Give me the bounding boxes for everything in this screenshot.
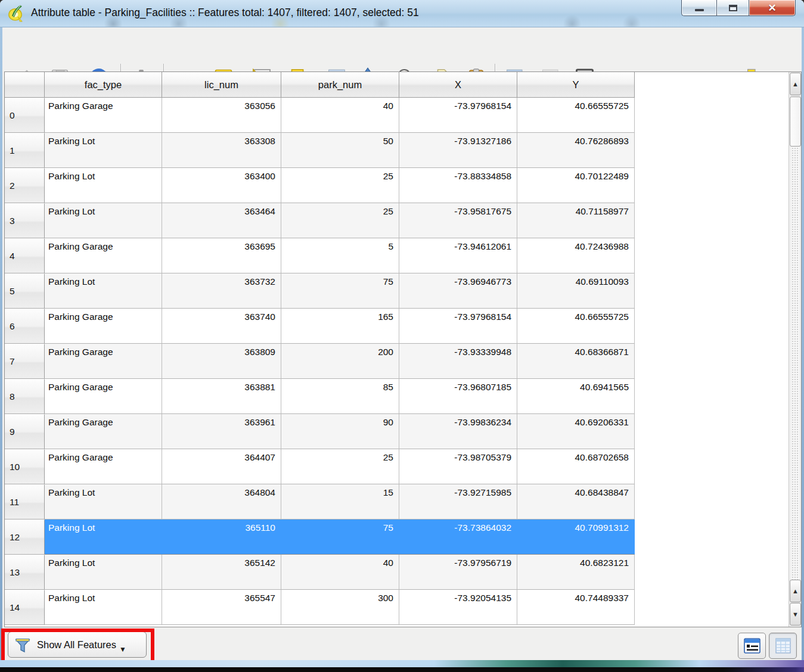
- cell-park_num[interactable]: 165: [281, 309, 399, 344]
- cell-y[interactable]: 40.69206331: [517, 414, 635, 449]
- cell-park_num[interactable]: 15: [281, 484, 399, 519]
- cell-y[interactable]: 40.68702658: [517, 449, 635, 484]
- title-bar[interactable]: Attribute table - Parking_Facilities :: …: [0, 0, 804, 27]
- scroll-up-button[interactable]: ▲: [790, 73, 801, 95]
- row-number[interactable]: 0: [5, 98, 45, 133]
- cell-lic_num[interactable]: 363732: [162, 273, 281, 309]
- cell-park_num[interactable]: 40: [281, 98, 399, 133]
- cell-fac_type[interactable]: Parking Garage: [45, 344, 162, 379]
- row-number[interactable]: 10: [5, 449, 45, 484]
- row-number[interactable]: 1: [5, 133, 45, 168]
- cell-lic_num[interactable]: 363809: [162, 344, 281, 379]
- cell-y[interactable]: 40.6823121: [517, 555, 635, 590]
- cell-park_num[interactable]: 200: [281, 344, 399, 379]
- cell-park_num[interactable]: 5: [281, 238, 399, 273]
- cell-y[interactable]: 40.70122489: [517, 168, 635, 203]
- cell-park_num[interactable]: 75: [281, 519, 399, 555]
- column-header-y[interactable]: Y: [517, 72, 635, 98]
- scrollbar-track[interactable]: [791, 97, 799, 601]
- cell-x[interactable]: -73.96946773: [399, 273, 517, 309]
- table-view-button[interactable]: [769, 633, 797, 659]
- row-number[interactable]: 9: [5, 414, 45, 449]
- cell-lic_num[interactable]: 363961: [162, 414, 281, 449]
- column-header-x[interactable]: X: [399, 72, 517, 98]
- cell-park_num[interactable]: 50: [281, 133, 399, 168]
- row-number[interactable]: 11: [5, 484, 45, 519]
- scroll-up-button-bottom[interactable]: ▲: [790, 580, 801, 602]
- row-number[interactable]: 2: [5, 168, 45, 203]
- table-row[interactable]: 12Parking Lot36511075-73.7386403240.7099…: [5, 519, 789, 555]
- cell-fac_type[interactable]: Parking Lot: [45, 133, 162, 168]
- row-number[interactable]: 5: [5, 273, 45, 309]
- cell-y[interactable]: 40.70991312: [517, 519, 635, 555]
- table-row[interactable]: 1Parking Lot36330850-73.9132718640.76286…: [5, 133, 789, 168]
- cell-lic_num[interactable]: 363308: [162, 133, 281, 168]
- cell-x[interactable]: -73.99836234: [399, 414, 517, 449]
- cell-fac_type[interactable]: Parking Garage: [45, 414, 162, 449]
- cell-fac_type[interactable]: Parking Lot: [45, 203, 162, 238]
- scrollbar-thumb[interactable]: [790, 97, 801, 147]
- cell-lic_num[interactable]: 364804: [162, 484, 281, 519]
- cell-x[interactable]: -73.97968154: [399, 98, 517, 133]
- cell-x[interactable]: -73.97968154: [399, 309, 517, 344]
- table-row[interactable]: 0Parking Garage36305640-73.9796815440.66…: [5, 98, 789, 133]
- cell-fac_type[interactable]: Parking Lot: [45, 590, 162, 625]
- cell-y[interactable]: 40.68438847: [517, 484, 635, 519]
- cell-x[interactable]: -73.98705379: [399, 449, 517, 484]
- table-row[interactable]: 13Parking Lot36514240-73.9795671940.6823…: [5, 555, 789, 590]
- minimize-button[interactable]: [681, 0, 716, 16]
- cell-y[interactable]: 40.66555725: [517, 309, 635, 344]
- cell-fac_type[interactable]: Parking Garage: [45, 379, 162, 414]
- column-header-lic-num[interactable]: lic_num: [162, 72, 281, 98]
- cell-y[interactable]: 40.66555725: [517, 98, 635, 133]
- cell-x[interactable]: -73.96807185: [399, 379, 517, 414]
- cell-x[interactable]: -73.88334858: [399, 168, 517, 203]
- cell-park_num[interactable]: 40: [281, 555, 399, 590]
- close-button[interactable]: ✕: [749, 0, 796, 16]
- table-row[interactable]: 7Parking Garage363809200-73.9333994840.6…: [5, 344, 789, 379]
- cell-x[interactable]: -73.92054135: [399, 590, 517, 625]
- row-number[interactable]: 4: [5, 238, 45, 273]
- cell-x[interactable]: -73.95817675: [399, 203, 517, 238]
- form-view-button[interactable]: [738, 633, 766, 659]
- cell-park_num[interactable]: 90: [281, 414, 399, 449]
- cell-park_num[interactable]: 75: [281, 273, 399, 309]
- show-all-features-button[interactable]: Show All Features ▼: [8, 631, 147, 658]
- cell-y[interactable]: 40.68366871: [517, 344, 635, 379]
- cell-x[interactable]: -73.97956719: [399, 555, 517, 590]
- cell-fac_type[interactable]: Parking Garage: [45, 309, 162, 344]
- cell-lic_num[interactable]: 365110: [162, 519, 281, 555]
- table-row[interactable]: 10Parking Garage36440725-73.9870537940.6…: [5, 449, 789, 484]
- table-row[interactable]: 3Parking Lot36346425-73.9581767540.71158…: [5, 203, 789, 238]
- cell-lic_num[interactable]: 363464: [162, 203, 281, 238]
- cell-lic_num[interactable]: 363400: [162, 168, 281, 203]
- cell-y[interactable]: 40.76286893: [517, 133, 635, 168]
- row-number[interactable]: 6: [5, 309, 45, 344]
- cell-x[interactable]: -73.91327186: [399, 133, 517, 168]
- row-number[interactable]: 8: [5, 379, 45, 414]
- table-row[interactable]: 14Parking Lot365547300-73.9205413540.744…: [5, 590, 789, 625]
- cell-park_num[interactable]: 25: [281, 449, 399, 484]
- maximize-button[interactable]: [716, 0, 749, 16]
- cell-fac_type[interactable]: Parking Lot: [45, 273, 162, 309]
- cell-fac_type[interactable]: Parking Lot: [45, 519, 162, 555]
- table-row[interactable]: 6Parking Garage363740165-73.9796815440.6…: [5, 309, 789, 344]
- table-row[interactable]: 9Parking Garage36396190-73.9983623440.69…: [5, 414, 789, 449]
- cell-y[interactable]: 40.69110093: [517, 273, 635, 309]
- cell-fac_type[interactable]: Parking Lot: [45, 555, 162, 590]
- table-row[interactable]: 5Parking Lot36373275-73.9694677340.69110…: [5, 273, 789, 309]
- cell-park_num[interactable]: 25: [281, 203, 399, 238]
- cell-y[interactable]: 40.72436988: [517, 238, 635, 273]
- cell-lic_num[interactable]: 363740: [162, 309, 281, 344]
- cell-lic_num[interactable]: 364407: [162, 449, 281, 484]
- column-header-park-num[interactable]: park_num: [281, 72, 399, 98]
- cell-x[interactable]: -73.73864032: [399, 519, 517, 555]
- row-number[interactable]: 3: [5, 203, 45, 238]
- table-row[interactable]: 2Parking Lot36340025-73.8833485840.70122…: [5, 168, 789, 203]
- vertical-scrollbar[interactable]: ▲ ▲ ▼: [789, 72, 801, 627]
- cell-y[interactable]: 40.71158977: [517, 203, 635, 238]
- cell-fac_type[interactable]: Parking Garage: [45, 238, 162, 273]
- cell-fac_type[interactable]: Parking Lot: [45, 484, 162, 519]
- cell-fac_type[interactable]: Parking Garage: [45, 449, 162, 484]
- cell-lic_num[interactable]: 365142: [162, 555, 281, 590]
